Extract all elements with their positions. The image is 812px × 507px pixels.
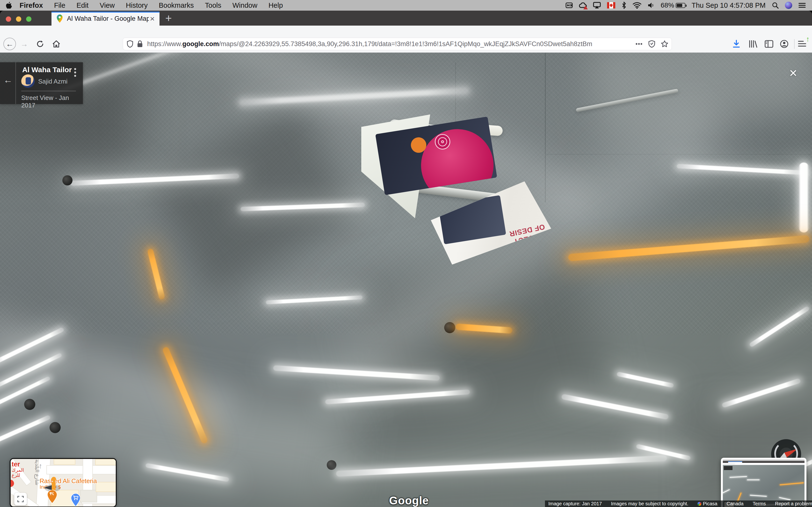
canada-flag-icon[interactable]	[607, 2, 615, 8]
map-building	[95, 459, 117, 465]
spotlight-search-icon[interactable]	[772, 2, 779, 9]
screenshot-preview-thumbnail[interactable]	[721, 458, 806, 507]
wifi-icon[interactable]	[633, 2, 642, 9]
new-tab-button[interactable]: +	[165, 11, 172, 25]
window-zoom-button[interactable]	[26, 16, 32, 22]
pegman-view-cone	[44, 485, 53, 490]
menubar-item-view[interactable]: View	[94, 1, 120, 9]
menubar-item-file[interactable]: File	[49, 1, 71, 9]
forward-button[interactable]: →	[20, 40, 28, 49]
bluetooth-icon[interactable]	[621, 2, 626, 9]
pocket-shield-icon[interactable]	[648, 40, 655, 48]
place-title: Al Waha Tailor	[22, 66, 72, 74]
tube-cap	[327, 460, 337, 470]
report-problem-link[interactable]: Report a problem	[775, 501, 812, 507]
battery-indicator[interactable]: 68%	[661, 1, 686, 9]
tab-bar: Al Waha Tailor - Google Maps × +	[0, 11, 812, 25]
restaurant-pin[interactable]	[47, 490, 57, 503]
volume-icon[interactable]	[648, 2, 654, 8]
navigation-toolbar: ← → https://www.google.com/maps/@24.2263…	[0, 25, 812, 53]
capture-meta: Street View - Jan 2017	[21, 94, 83, 109]
pegman-body	[52, 482, 56, 491]
light-tube	[266, 295, 362, 304]
attribution-bar: Image capture: Jan 2017 Images may be su…	[545, 501, 812, 507]
menubar-item-history[interactable]: History	[120, 1, 153, 9]
browser-window: Al Waha Tailor - Google Maps × + ← → htt…	[0, 11, 812, 507]
lock-icon[interactable]	[137, 40, 143, 48]
menubar-clock[interactable]: Thu Sep 10 4:57:08 PM	[692, 1, 766, 9]
picasa-label: Picasa	[703, 501, 717, 506]
url-bar[interactable]: https://www.google.com/maps/@24.2263929,…	[123, 38, 672, 50]
light-tube-amber	[568, 235, 809, 261]
url-path: /maps/@24.2263929,55.7385498,3a,90y,296.…	[219, 40, 592, 48]
sign-window	[438, 195, 506, 244]
menubar-item-bookmarks[interactable]: Bookmarks	[153, 1, 199, 9]
menubar-item-help[interactable]: Help	[263, 1, 289, 9]
street-view-panorama[interactable]: PHILIPS OBJECT OF DESIR	[0, 53, 812, 507]
tube-cap	[50, 422, 61, 433]
tube-cap	[62, 175, 72, 185]
tracking-shield-icon[interactable]	[127, 40, 133, 48]
tube-cap	[24, 399, 35, 410]
pegman[interactable]	[51, 477, 56, 482]
apple-icon[interactable]	[6, 2, 12, 9]
pink-disc	[416, 124, 497, 195]
panel-rule	[21, 91, 76, 91]
reload-button[interactable]	[36, 40, 44, 48]
bookmark-star-icon[interactable]	[661, 40, 668, 48]
menubar-item-tools[interactable]: Tools	[199, 1, 227, 9]
url-text[interactable]: https://www.google.com/maps/@24.2263929,…	[147, 40, 629, 48]
map-label-arabic1: المرك	[12, 468, 24, 473]
creative-cloud-icon[interactable]	[579, 2, 587, 9]
alert-badge-icon	[583, 6, 588, 9]
url-domain: google.com	[183, 40, 219, 48]
light-tube-amber	[147, 248, 165, 300]
author-avatar	[21, 74, 35, 88]
window-close-button[interactable]	[6, 16, 11, 22]
siri-icon[interactable]	[785, 2, 792, 9]
back-to-map-button[interactable]: ←	[2, 75, 14, 85]
more-options-icon[interactable]	[74, 68, 76, 70]
maps-pin-icon	[57, 14, 63, 23]
author-name[interactable]: Sajid Azmi	[38, 78, 67, 85]
light-tube	[616, 372, 674, 388]
poi-title[interactable]: Rashed Ali Cafeteria	[40, 477, 97, 485]
home-button[interactable]	[52, 40, 60, 48]
library-icon[interactable]	[749, 40, 757, 48]
airplay-display-icon[interactable]	[593, 2, 601, 9]
light-tube	[0, 415, 51, 448]
back-button[interactable]: ←	[3, 38, 16, 50]
minimap[interactable]: ter المرك للرع شارع البلدية ↑ Rashed Ali…	[10, 458, 117, 507]
expand-map-button[interactable]	[14, 493, 27, 505]
tab-al-waha-tailor[interactable]: Al Waha Tailor - Google Maps ×	[51, 12, 159, 25]
partial-red-pin	[10, 480, 14, 487]
light-tube	[749, 306, 810, 347]
account-icon[interactable]	[780, 40, 788, 48]
picasa-icon	[698, 502, 701, 506]
menubar-item-edit[interactable]: Edit	[71, 1, 94, 9]
map-label-red: ter المرك للرع	[12, 461, 24, 478]
supermarket-pin[interactable]	[71, 494, 80, 507]
sidebar-toggle-icon[interactable]	[765, 40, 773, 48]
map-building	[54, 459, 75, 465]
downloads-icon[interactable]	[732, 40, 741, 48]
menubar-item-window[interactable]: Window	[227, 1, 263, 9]
page-actions-icon[interactable]	[636, 43, 643, 45]
thumbnail-image	[723, 460, 805, 507]
menubar-item-firefox[interactable]: Firefox	[14, 1, 49, 9]
app-menu-icon[interactable]: ↑	[798, 40, 806, 48]
picasa-credit[interactable]: Picasa	[698, 501, 717, 507]
tab-close-icon[interactable]: ×	[149, 14, 156, 23]
light-tube	[799, 163, 809, 232]
url-scheme: https://www.	[147, 40, 183, 48]
close-street-view-icon[interactable]: ×	[789, 66, 797, 80]
region-label: Canada	[726, 501, 743, 507]
battery-icon	[676, 3, 686, 8]
app-status-icon[interactable]	[565, 2, 573, 9]
notification-center-icon[interactable]	[799, 2, 806, 8]
terms-link[interactable]: Terms	[753, 501, 766, 507]
window-minimize-button[interactable]	[16, 16, 21, 22]
update-badge-icon: ↑	[806, 35, 810, 43]
google-watermark: Google	[389, 494, 429, 507]
shadow-patch	[148, 103, 359, 297]
